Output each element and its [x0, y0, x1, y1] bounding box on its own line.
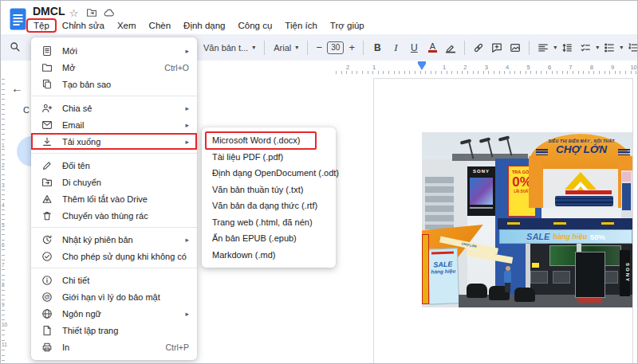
ruler-number: 1	[443, 64, 446, 71]
add-comment-button[interactable]	[489, 40, 505, 56]
download-format-item[interactable]: Định dạng OpenDocument (.odt)	[202, 165, 336, 182]
download-format-item[interactable]: Văn bản thuần túy (.txt)	[202, 182, 336, 198]
download-format-item[interactable]: Trang web (.html, đã nén)	[202, 214, 336, 231]
menu-item-label: Tạo bản sao	[62, 80, 189, 89]
download-format-item[interactable]: Microsoft Word (.docx)	[202, 132, 336, 149]
bold-button[interactable]: B	[369, 40, 385, 56]
numbered-list-button[interactable]	[625, 40, 638, 56]
file-menu-item-folder-move[interactable]: Di chuyển	[31, 174, 197, 190]
menu-separator	[31, 153, 197, 154]
menu-chen[interactable]: Chèn	[143, 19, 178, 32]
underline-button[interactable]: U	[406, 40, 422, 56]
vertical-ruler[interactable]: 1234567891011	[1, 79, 8, 364]
file-menu-item-drive-add[interactable]: Thêm lối tắt vào Drive	[31, 190, 197, 207]
menu-item-label: Tải xuống	[62, 137, 185, 147]
document-title[interactable]: DMCL	[33, 5, 65, 18]
indent-marker[interactable]	[418, 64, 426, 70]
menu-item-label: Thêm lối tắt vào Drive	[62, 194, 189, 204]
menu-item-label: Chia sẻ	[62, 104, 185, 113]
file-menu-item-person-add[interactable]: Chia sẻ▸	[31, 100, 197, 116]
google-docs-window: DMCL ☆ TệpChỉnh sửaXemChènĐịnh dạngCông …	[0, 0, 638, 364]
ruler-number: 4	[2, 202, 5, 208]
align-button[interactable]	[535, 40, 551, 56]
chevron-down-icon: ▾	[295, 44, 298, 51]
menu-đinh-dang[interactable]: Định dạng	[177, 19, 231, 32]
checklist-button[interactable]	[577, 40, 593, 56]
insert-link-button[interactable]	[471, 40, 486, 56]
menu-item-label: Mới	[62, 46, 185, 56]
format-label: Trang web (.html, đã nén)	[212, 217, 313, 227]
format-label: Tài liệu PDF (.pdf)	[212, 152, 283, 162]
menu-item-label: In	[62, 342, 166, 352]
file-menu-item-copy[interactable]: Tạo bản sao	[31, 76, 197, 92]
insert-image-button[interactable]	[507, 40, 523, 56]
decrease-font-size-button[interactable]: −	[313, 41, 325, 53]
google-docs-logo[interactable]	[10, 8, 26, 30]
menu-item-label: Giới hạn vì lý do bảo mật	[62, 292, 189, 302]
info-icon	[41, 275, 53, 286]
menu-cong-cu[interactable]: Công cụ	[232, 19, 279, 32]
file-menu-item-email[interactable]: Email▸	[31, 116, 197, 133]
ruler-number: 3	[2, 182, 5, 188]
menu-tep[interactable]: Tệp	[27, 19, 56, 32]
file-menu-item-new-doc[interactable]: Mới▸	[31, 42, 197, 59]
font-size-input[interactable]: 30	[327, 41, 344, 54]
italic-button[interactable]: I	[388, 40, 404, 56]
folder-open-icon	[41, 62, 53, 73]
download-icon	[41, 136, 53, 147]
download-format-item[interactable]: Ấn bản EPUB (.epub)	[202, 230, 336, 247]
download-format-item[interactable]: Markdown (.md)	[202, 247, 336, 264]
menu-separator	[31, 96, 197, 96]
ruler-number: 8	[590, 64, 593, 71]
ruler-number: 2	[346, 64, 349, 71]
outline-partial-text: C	[23, 105, 30, 115]
menu-tien-ich[interactable]: Tiện ích	[278, 19, 323, 32]
font-dropdown[interactable]: Arial▾	[270, 43, 301, 53]
ruler-number: 6	[2, 242, 5, 248]
menu-chinh-sua[interactable]: Chỉnh sửa	[56, 19, 111, 32]
increase-font-size-button[interactable]: +	[346, 41, 357, 53]
file-menu-item-page-setup[interactable]: Thiết lập trang	[31, 322, 197, 339]
highlight-color-button[interactable]	[443, 40, 459, 56]
menu-item-label: Chuyển vào thùng rác	[62, 211, 189, 221]
menu-tro-giup[interactable]: Trợ giúp	[324, 19, 371, 32]
ruler-number: 9	[611, 64, 614, 71]
history-icon	[41, 234, 53, 245]
sale-banner: SALE hàng hiệu 50%	[499, 229, 632, 244]
paragraph-style-dropdown[interactable]: Văn bản t...▾	[200, 43, 258, 53]
file-menu-item-printer[interactable]: InCtrl+P	[31, 339, 197, 355]
chevron-down-icon[interactable]: ▾	[553, 44, 557, 51]
chevron-down-icon[interactable]: ▾	[620, 44, 623, 51]
search-icon[interactable]	[10, 41, 21, 56]
ruler-number: 8	[2, 282, 5, 288]
horizontal-ruler[interactable]: 2112345678910	[320, 62, 638, 76]
file-menu-item-globe[interactable]: Ngôn ngữ▸	[31, 305, 197, 322]
menu-item-label: Email	[62, 120, 185, 130]
file-menu-item-info[interactable]: Chi tiết	[31, 272, 197, 288]
download-submenu: Microsoft Word (.docx)Tài liệu PDF (.pdf…	[202, 127, 336, 268]
document-image-storefront[interactable]: SONY TRẢ GÓP 0% LÃI SUẤT SIÊU THỊ ĐIỆN M…	[422, 132, 632, 307]
menu-item-label: Di chuyển	[62, 178, 189, 187]
menu-separator	[31, 268, 197, 268]
submenu-arrow-icon: ▸	[185, 104, 189, 112]
menu-xem[interactable]: Xem	[111, 19, 143, 32]
download-format-item[interactable]: Văn bản đa dạng thức (.rtf)	[202, 198, 336, 214]
file-menu-item-history[interactable]: Nhật ký phiên bản▸	[31, 231, 197, 248]
ruler-number: 11	[2, 342, 7, 347]
text-color-button[interactable]: A	[428, 42, 437, 53]
ruler-number: 5	[2, 222, 5, 228]
file-menu-item-pencil[interactable]: Đổi tên	[31, 157, 197, 174]
email-icon	[41, 119, 53, 131]
ruler-number: 1	[372, 64, 376, 71]
hide-outline-arrow-icon[interactable]: ←	[11, 81, 23, 95]
file-menu-item-security[interactable]: @Giới hạn vì lý do bảo mật	[31, 288, 197, 305]
line-spacing-button[interactable]	[559, 40, 575, 56]
file-menu-item-offline[interactable]: Cho phép sử dụng khi không có mạng	[31, 248, 197, 264]
ruler-number: 4	[506, 64, 509, 71]
file-menu-item-download[interactable]: Tải xuống▸	[31, 133, 197, 150]
chevron-down-icon[interactable]: ▾	[596, 44, 599, 51]
file-menu-item-trash[interactable]: Chuyển vào thùng rác	[31, 207, 197, 224]
download-format-item[interactable]: Tài liệu PDF (.pdf)	[202, 149, 336, 166]
file-menu-item-folder-open[interactable]: MởCtrl+O	[31, 59, 197, 76]
bulleted-list-button[interactable]	[601, 40, 617, 56]
